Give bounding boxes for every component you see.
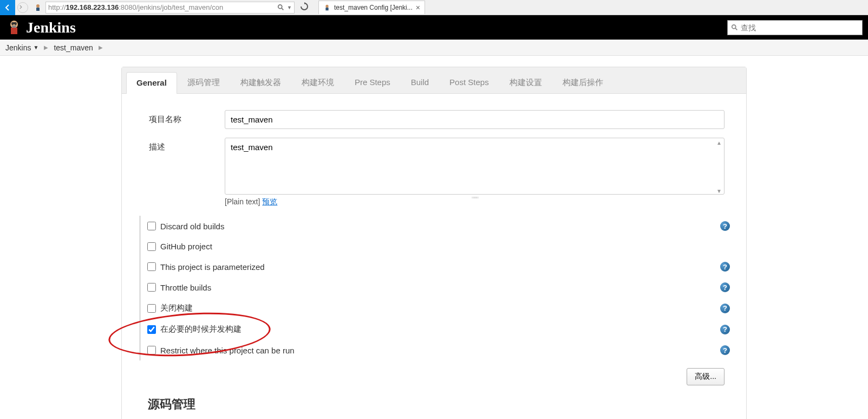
browser-tab-bar: test_maven Config [Jenki... × <box>318 1 425 15</box>
help-icon[interactable]: ? <box>720 345 730 355</box>
refresh-button[interactable] <box>300 2 309 12</box>
option-github-project: GitHub project <box>147 236 735 256</box>
checkbox-throttle-builds[interactable] <box>147 283 156 292</box>
option-discard-old-builds: Discard old builds ? <box>147 216 735 236</box>
config-body: 项目名称 描述 ▲▼ ═══ [Plain text] 预览 <box>122 94 746 419</box>
search-dropdown-icon[interactable]: ▼ <box>277 4 292 11</box>
arrow-left-icon <box>3 3 12 12</box>
svg-point-9 <box>12 23 14 25</box>
svg-rect-8 <box>11 28 17 34</box>
svg-point-4 <box>325 5 328 8</box>
option-label: This project is parameterized <box>160 262 265 272</box>
option-label: Throttle builds <box>160 283 211 292</box>
project-name-label: 项目名称 <box>133 110 225 125</box>
jenkins-logo-text: Jenkins <box>26 19 76 36</box>
option-label: Restrict where this project can be run <box>160 346 295 355</box>
option-parameterized: This project is parameterized ? <box>147 256 735 277</box>
svg-line-3 <box>282 8 284 10</box>
option-label: GitHub project <box>160 242 212 251</box>
jenkins-logo-icon <box>5 19 23 36</box>
search-input[interactable] <box>741 23 859 32</box>
advanced-row: 高级... <box>133 360 735 385</box>
config-tabs: General 源码管理 构建触发器 构建环境 Pre Steps Build … <box>122 67 746 94</box>
tab-triggers[interactable]: 构建触发器 <box>230 72 291 93</box>
svg-point-0 <box>36 4 40 8</box>
option-disable-build: 关闭构建 ? <box>147 298 735 319</box>
preview-link[interactable]: 预览 <box>262 197 277 207</box>
help-icon[interactable]: ? <box>720 262 730 272</box>
browser-tab[interactable]: test_maven Config [Jenki... × <box>318 1 425 14</box>
tab-close-icon[interactable]: × <box>416 3 420 12</box>
jenkins-header: Jenkins <box>0 15 868 40</box>
svg-point-10 <box>15 23 17 25</box>
svg-rect-11 <box>12 25 16 28</box>
nav-back-button[interactable] <box>0 0 15 15</box>
breadcrumb-job[interactable]: test_maven <box>54 43 93 52</box>
tab-title: test_maven Config [Jenki... <box>334 4 413 11</box>
search-icon <box>731 24 739 31</box>
description-row: 描述 ▲▼ ═══ [Plain text] 预览 <box>133 138 735 207</box>
tab-build-settings[interactable]: 构建设置 <box>499 72 552 93</box>
advanced-button[interactable]: 高级... <box>687 368 725 385</box>
address-bar[interactable]: http://192.168.223.136:8080/jenkins/job/… <box>45 2 295 14</box>
jenkins-logo[interactable]: Jenkins <box>5 19 76 36</box>
description-label: 描述 <box>133 138 225 152</box>
help-icon[interactable]: ? <box>720 282 730 292</box>
svg-rect-1 <box>36 8 40 11</box>
checkbox-github-project[interactable] <box>147 242 156 251</box>
tab-post-build[interactable]: 构建后操作 <box>552 72 614 93</box>
tab-build[interactable]: Build <box>401 72 439 93</box>
option-label: 关闭构建 <box>160 303 193 313</box>
tab-scm[interactable]: 源码管理 <box>177 72 230 93</box>
config-panel: General 源码管理 构建触发器 构建环境 Pre Steps Build … <box>121 67 747 419</box>
scm-section-title: 源码管理 <box>133 385 735 412</box>
caret-icon[interactable]: ▼ <box>33 44 38 50</box>
svg-point-12 <box>732 24 736 28</box>
checkbox-discard-old-builds[interactable] <box>147 222 156 230</box>
plain-text-label: [Plain text] <box>225 197 260 207</box>
checkbox-concurrent-build[interactable] <box>147 325 156 334</box>
tab-post-steps[interactable]: Post Steps <box>439 72 499 93</box>
arrow-right-icon <box>18 4 23 10</box>
chevron-right-icon: ▶ <box>99 44 103 50</box>
svg-rect-5 <box>325 8 328 10</box>
option-throttle-builds: Throttle builds ? <box>147 277 735 298</box>
help-icon[interactable]: ? <box>720 304 730 313</box>
option-label: 在必要的时候并发构建 <box>160 324 242 334</box>
browser-toolbar: http://192.168.223.136:8080/jenkins/job/… <box>0 0 868 15</box>
svg-line-13 <box>735 28 738 30</box>
url-text: http://192.168.223.136:8080/jenkins/job/… <box>48 3 223 11</box>
jenkins-favicon <box>323 4 331 11</box>
jenkins-search[interactable] <box>727 20 863 35</box>
project-name-input[interactable] <box>225 110 725 129</box>
checkbox-restrict-node[interactable] <box>147 346 156 354</box>
description-input[interactable] <box>225 138 725 195</box>
nav-forward-button[interactable] <box>15 0 30 15</box>
option-label: Discard old builds <box>160 222 224 231</box>
option-concurrent-build: 在必要的时候并发构建 ? <box>147 319 735 340</box>
resize-handle[interactable]: ═══ <box>464 195 486 199</box>
option-restrict-node: Restrict where this project can be run ? <box>147 340 735 360</box>
checkbox-parameterized[interactable] <box>147 262 156 271</box>
chevron-right-icon: ▶ <box>44 44 48 50</box>
help-icon[interactable]: ? <box>720 325 730 334</box>
site-icon <box>32 2 43 13</box>
checkbox-disable-build[interactable] <box>147 304 156 313</box>
breadcrumb-jenkins[interactable]: Jenkins <box>5 43 31 52</box>
main-content: General 源码管理 构建触发器 构建环境 Pre Steps Build … <box>0 56 868 419</box>
breadcrumb: Jenkins ▼ ▶ test_maven ▶ <box>0 40 868 56</box>
tab-env[interactable]: 构建环境 <box>291 72 344 93</box>
options-section: Discard old builds ? GitHub project This… <box>139 216 735 360</box>
help-icon[interactable]: ? <box>720 221 730 231</box>
tab-general[interactable]: General <box>126 72 177 94</box>
svg-point-2 <box>278 4 282 8</box>
tab-pre-steps[interactable]: Pre Steps <box>344 72 401 93</box>
project-name-row: 项目名称 <box>133 110 735 129</box>
